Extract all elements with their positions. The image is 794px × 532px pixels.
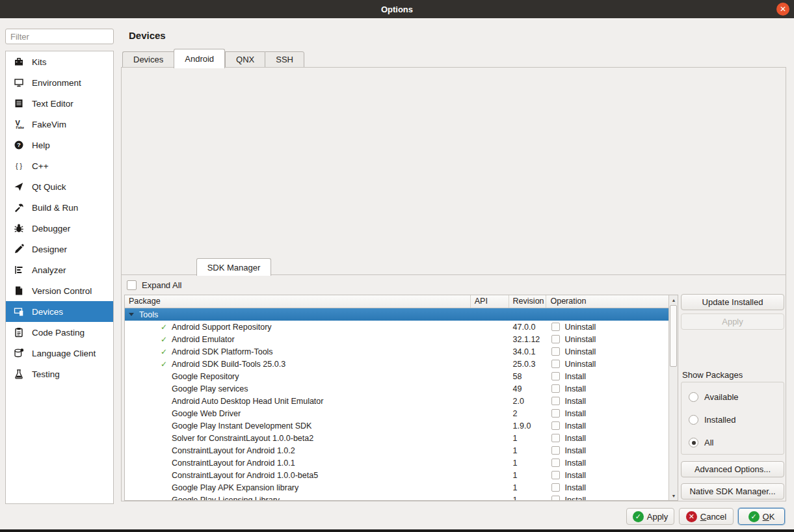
sidebar-item-label: Code Pasting <box>32 328 85 338</box>
sidebar-item-code-pasting[interactable]: Code Pasting <box>6 322 113 343</box>
apply-packages-button[interactable]: Apply <box>681 313 784 330</box>
table-row[interactable]: Google Play services49Install <box>125 382 668 395</box>
show-packages-label: Show Packages <box>682 370 743 380</box>
sidebar-item-label: Analyzer <box>32 265 66 275</box>
tab-ssh[interactable]: SSH <box>265 51 304 68</box>
table-row[interactable]: Solver for ConstraintLayout 1.0.0-beta21… <box>125 432 668 444</box>
radio-installed[interactable]: Installed <box>689 415 735 425</box>
operation-checkbox[interactable] <box>551 434 560 442</box>
revision-cell: 1 <box>509 496 547 501</box>
filter-input[interactable] <box>5 29 114 44</box>
operation-checkbox[interactable] <box>551 446 560 455</box>
options-dialog: Options ✕ KitsEnvironmentText EditorVFak… <box>0 0 794 532</box>
sidebar-item-c[interactable]: { }C++ <box>6 155 113 176</box>
operation-checkbox[interactable] <box>551 471 560 479</box>
monitor-icon <box>13 77 25 88</box>
sidebar-item-fakevim[interactable]: VFakeFakeVim <box>6 114 113 135</box>
operation-checkbox[interactable] <box>551 397 560 405</box>
operation-checkbox[interactable] <box>551 323 560 331</box>
operation-label: Uninstall <box>564 323 596 332</box>
operation-cell: Install <box>546 384 668 393</box>
sidebar-item-build-run[interactable]: Build & Run <box>6 197 113 218</box>
operation-checkbox[interactable] <box>551 372 560 380</box>
table-row[interactable]: Google Repository58Install <box>125 370 668 382</box>
table-header[interactable]: Package API Revision Operation <box>125 295 668 308</box>
operation-checkbox[interactable] <box>551 421 560 430</box>
table-row[interactable]: ✓Android Support Repository47.0.0Uninsta… <box>125 321 668 333</box>
sidebar-item-help[interactable]: ?Help <box>6 135 113 155</box>
tab-sdk-manager[interactable]: SDK Manager <box>196 258 272 276</box>
sidebar-item-devices[interactable]: Devices <box>6 301 113 322</box>
table-row[interactable]: Google Play Instant Development SDK1.9.0… <box>125 419 668 432</box>
update-installed-button[interactable]: Update Installed <box>681 294 784 310</box>
apply-button[interactable]: ✓Apply <box>626 508 674 525</box>
operation-cell: Install <box>546 421 668 431</box>
table-row[interactable]: ✓Android SDK Platform-Tools34.0.1Uninsta… <box>125 345 668 358</box>
table-row[interactable]: ConstraintLayout for Android 1.0.11Insta… <box>125 457 668 469</box>
hammer-icon <box>13 202 25 213</box>
installed-check-icon: ✓ <box>161 347 172 356</box>
table-row[interactable]: Google Web Driver2Install <box>125 407 668 419</box>
operation-checkbox[interactable] <box>551 335 560 343</box>
table-row[interactable]: ✓Android Emulator32.1.12Uninstall <box>125 333 668 345</box>
table-row[interactable]: ConstraintLayout for Android 1.0.21Insta… <box>125 444 668 457</box>
sidebar-item-label: FakeVim <box>32 120 66 129</box>
operation-checkbox[interactable] <box>551 360 560 368</box>
titlebar[interactable]: Options ✕ <box>0 0 794 18</box>
operation-checkbox[interactable] <box>551 459 560 467</box>
sidebar-item-qt-quick[interactable]: Qt Quick <box>6 176 113 197</box>
sidebar-item-debugger[interactable]: Debugger <box>6 218 113 239</box>
sidebar-item-environment[interactable]: Environment <box>6 72 113 93</box>
revision-cell: 1 <box>509 459 547 468</box>
revision-cell: 25.0.3 <box>509 360 547 369</box>
sidebar-item-testing[interactable]: Testing <box>6 364 113 384</box>
operation-label: Install <box>564 372 586 381</box>
sidebar-item-label: Environment <box>32 78 81 88</box>
devices-icon <box>13 306 25 317</box>
sidebar-item-designer[interactable]: Designer <box>6 239 113 259</box>
sidebar-item-version-control[interactable]: Version Control <box>6 280 113 301</box>
radio-available[interactable]: Available <box>689 392 739 402</box>
tab-android[interactable]: Android <box>174 49 225 68</box>
operation-checkbox[interactable] <box>551 409 560 418</box>
sidebar-item-kits[interactable]: Kits <box>6 51 113 72</box>
expand-arrow-icon[interactable] <box>129 313 134 316</box>
ok-button[interactable]: ✓OK <box>738 508 785 525</box>
table-row[interactable]: Android Auto Desktop Head Unit Emulator2… <box>125 395 668 407</box>
table-scrollbar[interactable]: ▲ ▼ <box>668 295 678 500</box>
cancel-button[interactable]: ✕Cancel <box>679 508 734 525</box>
revision-cell: 1.9.0 <box>509 421 547 431</box>
operation-cell: Uninstall <box>546 323 668 332</box>
table-row[interactable]: ✓Android SDK Build-Tools 25.0.325.0.3Uni… <box>125 358 668 370</box>
operation-cell: Uninstall <box>546 335 668 344</box>
revision-cell: 1 <box>509 483 547 492</box>
fakevim-icon: VFake <box>13 119 25 129</box>
operation-checkbox[interactable] <box>551 384 560 393</box>
operation-label: Install <box>564 409 586 418</box>
operation-label: Uninstall <box>564 360 596 369</box>
tab-devices[interactable]: Devices <box>122 51 174 68</box>
table-row[interactable]: Google Play Licensing Library1Install <box>125 494 668 500</box>
radio-all[interactable]: All <box>689 438 713 447</box>
tab-qnx[interactable]: QNX <box>225 51 265 68</box>
operation-checkbox[interactable] <box>551 483 560 492</box>
scroll-up-icon[interactable]: ▲ <box>669 295 678 304</box>
sidebar-item-label: Designer <box>32 245 67 254</box>
table-row[interactable]: Tools <box>125 308 668 321</box>
expand-all-checkbox[interactable]: Expand All <box>127 280 181 290</box>
chart-icon <box>13 265 25 275</box>
scroll-thumb[interactable] <box>670 305 677 367</box>
sidebar-item-text-editor[interactable]: Text Editor <box>6 93 113 114</box>
sidebar-item-analyzer[interactable]: Analyzer <box>6 259 113 280</box>
table-row[interactable]: ConstraintLayout for Android 1.0.0-beta5… <box>125 469 668 481</box>
installed-check-icon: ✓ <box>161 335 172 344</box>
sidebar-item-language-client[interactable]: Language Client <box>6 343 113 364</box>
close-icon[interactable]: ✕ <box>776 3 789 16</box>
native-sdk-manager-button[interactable]: Native SDK Manager... <box>681 483 784 499</box>
table-row[interactable]: Google Play APK Expansion library1Instal… <box>125 481 668 494</box>
operation-checkbox[interactable] <box>551 347 560 356</box>
checkbox-icon <box>127 280 137 290</box>
advanced-options-button[interactable]: Advanced Options... <box>681 461 784 477</box>
operation-checkbox[interactable] <box>551 496 560 500</box>
scroll-down-icon[interactable]: ▼ <box>669 491 678 500</box>
